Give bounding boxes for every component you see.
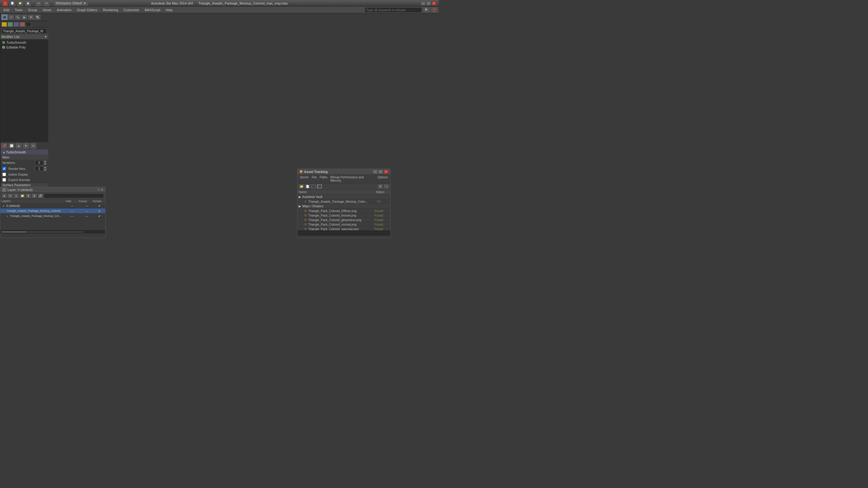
layers-help-btn[interactable]: ? bbox=[98, 188, 99, 192]
asset-folder-btn[interactable]: 📁 bbox=[299, 184, 304, 189]
render-iters-input[interactable] bbox=[35, 166, 43, 171]
render-iters-down[interactable]: ▼ bbox=[44, 169, 47, 171]
asset-menu-file[interactable]: File bbox=[310, 175, 318, 183]
render-iters-up[interactable]: ▲ bbox=[44, 166, 47, 169]
iterations-down[interactable]: ▼ bbox=[44, 163, 47, 165]
menu-maxscript[interactable]: MAXScript bbox=[142, 7, 163, 12]
swatch-blue[interactable] bbox=[13, 22, 19, 27]
layers-delete-btn[interactable]: ✕ bbox=[7, 193, 13, 198]
asset-close[interactable]: ✕ bbox=[384, 170, 389, 174]
object-name-input[interactable] bbox=[1, 28, 47, 34]
asset-row-diffuse[interactable]: 🖼 Triangle_Pack_Colored_Diffuse.png Foun… bbox=[298, 209, 390, 213]
color-swatches bbox=[0, 22, 48, 28]
layers-link-btn[interactable]: 🔗 bbox=[38, 193, 43, 198]
asset-row-glossiness[interactable]: 🖼 Triangle_Pack_Colored_glossiness.png F… bbox=[298, 218, 390, 222]
layers-up-btn[interactable]: ⬆ bbox=[26, 193, 31, 198]
layer-icon-default: ■ bbox=[1, 204, 6, 208]
layers-scrollbar[interactable] bbox=[0, 230, 105, 233]
layers-new-btn[interactable]: ■ bbox=[1, 193, 7, 198]
swatch-yellow[interactable] bbox=[1, 22, 7, 27]
search-btn[interactable]: 🔍 bbox=[423, 7, 430, 13]
menu-customize[interactable]: Customize bbox=[121, 7, 142, 12]
asset-maximize[interactable]: □ bbox=[378, 170, 383, 174]
workspace-selector[interactable]: Workspace: Default ▼ bbox=[54, 1, 88, 6]
menu-animation[interactable]: Animation bbox=[54, 7, 74, 12]
move-down-btn[interactable]: ▼ bbox=[23, 143, 29, 149]
asset-row-specular[interactable]: 🖼 Triangle_Pack_Colored_specular.png Fou… bbox=[298, 227, 390, 230]
iterations-input[interactable] bbox=[35, 160, 43, 165]
layer-row-default[interactable]: ■ 0 (default) — — ✔ bbox=[0, 203, 105, 208]
asset-row-fresnel[interactable]: 🖼 Triangle_Pack_Colored_fresnel.png Foun… bbox=[298, 213, 390, 218]
asset-menu-bitmap[interactable]: Bitmap Performance and Memory bbox=[329, 175, 375, 183]
tab-utilities[interactable]: 🔩 bbox=[35, 14, 41, 20]
layer-row-package[interactable]: ■ Triangle_Aseptic_Package_Mockup_Colore… bbox=[0, 208, 105, 214]
asset-group-maps-header[interactable]: ▶ Maps / Shaders bbox=[298, 204, 390, 209]
asset-file-btn[interactable]: 📄 bbox=[305, 184, 310, 189]
modifier-turbosmoooth[interactable]: TurboSmooth bbox=[1, 40, 48, 45]
swatch-black[interactable] bbox=[26, 22, 31, 27]
asset-list-btn[interactable]: ⬛ bbox=[317, 184, 322, 189]
tab-motion[interactable]: ▶ bbox=[22, 14, 27, 20]
undo-btn[interactable]: ↩ bbox=[35, 0, 42, 6]
iterations-up[interactable]: ▲ bbox=[44, 160, 47, 163]
swatch-red[interactable] bbox=[20, 22, 25, 27]
asset-menu-paths[interactable]: Paths bbox=[318, 175, 329, 183]
move-up-btn[interactable]: ▲ bbox=[16, 143, 22, 149]
close-btn[interactable]: ✕ bbox=[432, 1, 436, 5]
render-iters-spinner[interactable]: ▲ ▼ bbox=[35, 166, 47, 171]
render-iters-checkbox[interactable] bbox=[2, 167, 6, 170]
asset-minimize[interactable]: – bbox=[373, 170, 378, 174]
delete-modifier-btn[interactable]: ✕ bbox=[30, 143, 36, 149]
help-search-btn[interactable]: ❓ bbox=[431, 7, 438, 13]
menu-tools[interactable]: Tools bbox=[12, 7, 25, 12]
asset-menu-options[interactable]: Options bbox=[376, 175, 389, 183]
menu-views[interactable]: Views bbox=[40, 7, 54, 12]
asset-refresh-btn[interactable]: ↺ bbox=[378, 184, 383, 189]
asset-list: ▶ Autodesk Vault 3 Triangle_Aseptic_Pack… bbox=[298, 195, 390, 230]
menu-help[interactable]: Help bbox=[163, 7, 175, 12]
app-icon[interactable]: 3 bbox=[2, 0, 8, 6]
menu-graph-editors[interactable]: Graph Editors bbox=[74, 7, 100, 12]
new-btn[interactable]: 📄 bbox=[9, 0, 16, 6]
iterations-arrows: ▲ ▼ bbox=[44, 160, 47, 165]
modifier-stack[interactable]: TurboSmooth Editable Poly bbox=[0, 39, 48, 142]
asset-grid-btn[interactable]: ⬛ bbox=[311, 184, 316, 189]
layers-close-btn[interactable]: ✕ bbox=[101, 188, 103, 192]
asset-row-normal[interactable]: 🖼 Triangle_Pack_Colored_normal.png Found bbox=[298, 222, 390, 227]
asset-goto-btn[interactable]: → bbox=[384, 184, 389, 189]
layers-name-input[interactable] bbox=[44, 193, 104, 198]
configure-btn[interactable]: ⬜ bbox=[8, 143, 15, 149]
explicit-normals-checkbox[interactable] bbox=[2, 178, 6, 182]
menu-group[interactable]: Group bbox=[26, 7, 40, 12]
asset-tracking-panel: 📦 Asset Tracking – □ ✕ Server File Paths… bbox=[297, 169, 391, 238]
layers-folder-btn[interactable]: 📁 bbox=[20, 193, 25, 198]
asset-icon-diffuse: 🖼 bbox=[304, 209, 307, 213]
save-btn[interactable]: 💾 bbox=[25, 0, 31, 6]
tab-display[interactable]: 👁 bbox=[28, 14, 34, 20]
layer-controls-package: — — ✔ bbox=[62, 209, 104, 213]
asset-group-vault: ▶ Autodesk Vault 3 Triangle_Aseptic_Pack… bbox=[298, 195, 390, 204]
open-btn[interactable]: 📁 bbox=[17, 0, 24, 6]
pin-btn[interactable]: 📌 bbox=[1, 143, 7, 149]
layers-down-btn[interactable]: ⬇ bbox=[32, 193, 37, 198]
layers-scroll-thumb[interactable] bbox=[1, 231, 26, 233]
isoline-checkbox[interactable] bbox=[2, 173, 6, 176]
asset-row-max[interactable]: 3 Triangle_Aseptic_Package_Mockup_Colore… bbox=[298, 199, 390, 204]
menu-edit[interactable]: Edit bbox=[1, 7, 12, 12]
iterations-spinner[interactable]: ▲ ▼ bbox=[35, 160, 47, 165]
tab-create[interactable]: ⬛ bbox=[1, 14, 7, 20]
menu-rendering[interactable]: Rendering bbox=[100, 7, 121, 12]
minimize-btn[interactable]: – bbox=[421, 1, 426, 5]
search-input[interactable] bbox=[365, 7, 422, 13]
tab-hierarchy[interactable]: 🔧 bbox=[15, 14, 21, 20]
layers-add-btn[interactable]: + bbox=[13, 193, 19, 198]
asset-menu-server[interactable]: Server bbox=[299, 175, 310, 183]
tab-modify[interactable]: ✏ bbox=[8, 14, 14, 20]
maximize-btn[interactable]: □ bbox=[426, 1, 431, 5]
layer-row-sub[interactable]: ● Triangle_Aseptic_Package_Mockup_Colore… bbox=[0, 214, 105, 219]
asset-group-vault-header[interactable]: ▶ Autodesk Vault bbox=[298, 195, 390, 199]
redo-btn[interactable]: ↪ bbox=[43, 0, 50, 6]
swatch-green[interactable] bbox=[7, 22, 13, 27]
modifier-editable-poly[interactable]: Editable Poly bbox=[1, 45, 48, 50]
modifier-list-dropdown[interactable]: ▼ bbox=[44, 35, 47, 38]
